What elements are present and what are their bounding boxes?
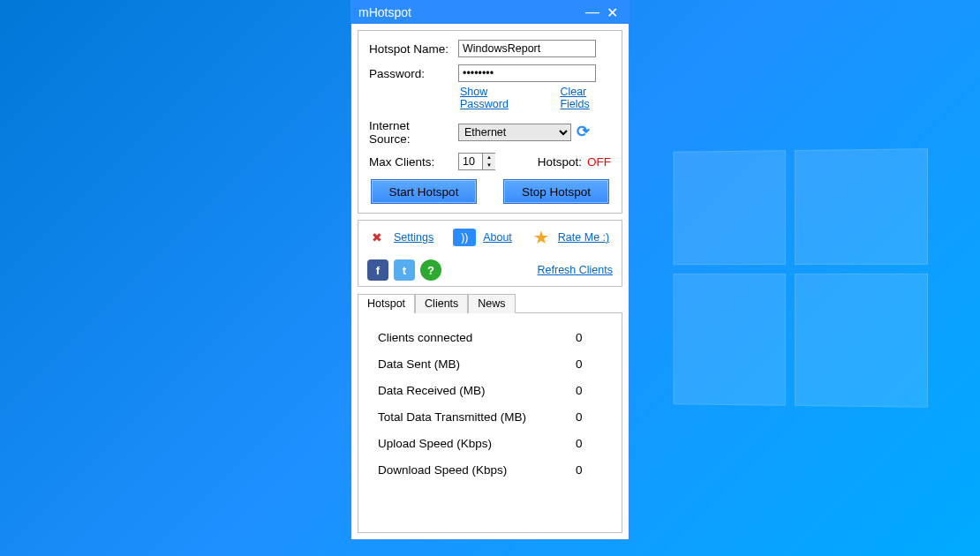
- clear-fields-link[interactable]: Clear Fields: [560, 86, 611, 110]
- max-clients-label: Max Clients:: [369, 155, 453, 169]
- hotspot-status-value: OFF: [587, 155, 611, 169]
- wifi-icon: )): [453, 229, 476, 246]
- help-icon[interactable]: ?: [420, 259, 441, 281]
- stat-row: Clients connected 0: [378, 331, 602, 344]
- start-hotspot-button[interactable]: Start Hotspot: [371, 179, 477, 204]
- internet-source-select[interactable]: Ethernet: [458, 124, 571, 141]
- stat-row: Data Sent (MB) 0: [378, 357, 602, 371]
- max-clients-input[interactable]: [459, 154, 482, 169]
- password-input[interactable]: [458, 64, 596, 82]
- tab-news[interactable]: News: [468, 294, 515, 313]
- stat-label: Clients connected: [378, 331, 472, 344]
- windows-logo: [674, 148, 928, 408]
- stat-value: 0: [576, 463, 602, 477]
- tab-clients[interactable]: Clients: [415, 294, 468, 313]
- stat-label: Total Data Transmitted (MB): [378, 410, 526, 424]
- stat-label: Download Speed (Kbps): [378, 463, 507, 477]
- stepper-down[interactable]: ▼: [483, 162, 495, 169]
- stat-row: Upload Speed (Kbps) 0: [378, 437, 602, 450]
- max-clients-stepper[interactable]: ▲ ▼: [458, 153, 495, 170]
- star-icon: ★: [531, 228, 551, 247]
- show-password-link[interactable]: Show Password: [460, 86, 528, 110]
- minimize-button[interactable]: —: [583, 4, 602, 20]
- close-button[interactable]: ✕: [602, 4, 622, 21]
- links-panel: ✖ Settings )) About ★ Rate Me :) f t ? R…: [358, 220, 622, 287]
- stat-row: Download Speed (Kbps) 0: [378, 463, 602, 477]
- internet-source-label: Internet Source:: [369, 119, 453, 146]
- settings-link[interactable]: Settings: [394, 231, 433, 244]
- stepper-up[interactable]: ▲: [483, 154, 495, 162]
- rate-link[interactable]: Rate Me :): [558, 231, 609, 244]
- twitter-icon[interactable]: t: [394, 259, 415, 281]
- app-window: mHotspot — ✕ Hotspot Name: Password: Sho…: [351, 0, 629, 540]
- stat-value: 0: [576, 410, 602, 424]
- stat-label: Data Sent (MB): [378, 357, 460, 371]
- stop-hotspot-button[interactable]: Stop Hotspot: [503, 179, 609, 204]
- about-link[interactable]: About: [483, 231, 512, 244]
- refresh-clients-link[interactable]: Refresh Clients: [538, 264, 613, 276]
- password-label: Password:: [369, 67, 453, 80]
- stat-row: Data Received (MB) 0: [378, 384, 602, 397]
- tab-bar: Hotspot Clients News: [358, 294, 622, 313]
- hotspot-status-label: Hotspot:: [538, 155, 582, 169]
- settings-icon: ✖: [367, 228, 387, 247]
- tab-hotspot[interactable]: Hotspot: [358, 294, 415, 313]
- hotspot-tab-panel: Clients connected 0 Data Sent (MB) 0 Dat…: [358, 312, 622, 533]
- stat-row: Total Data Transmitted (MB) 0: [378, 410, 602, 424]
- stat-label: Data Received (MB): [378, 384, 486, 397]
- refresh-sources-icon[interactable]: ⟳: [577, 124, 594, 141]
- hotspot-name-label: Hotspot Name:: [369, 42, 453, 56]
- stat-value: 0: [576, 437, 602, 450]
- stat-value: 0: [576, 384, 602, 397]
- hotspot-name-input[interactable]: [458, 40, 596, 57]
- facebook-icon[interactable]: f: [367, 259, 388, 281]
- title-bar[interactable]: mHotspot — ✕: [351, 1, 629, 24]
- window-title: mHotspot: [358, 5, 583, 19]
- stat-label: Upload Speed (Kbps): [378, 437, 492, 450]
- config-panel: Hotspot Name: Password: Show Password Cl…: [358, 30, 622, 214]
- stat-value: 0: [576, 357, 602, 371]
- stat-value: 0: [576, 331, 602, 344]
